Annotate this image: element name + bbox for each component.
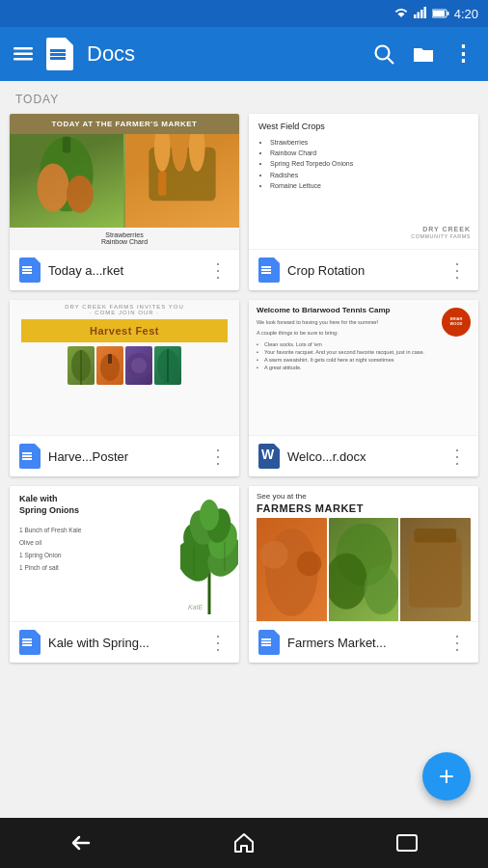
signal-icon [414, 5, 427, 22]
hv-img-4 [154, 346, 181, 385]
fm2-img-2 [329, 518, 399, 621]
svg-rect-7 [14, 47, 33, 50]
fm2-main-title: FARMERS MARKET [257, 502, 471, 514]
doc-card-kale[interactable]: Kale withSpring Onions 1 Bunch of Fresh … [10, 486, 239, 663]
section-today: TODAY [0, 81, 488, 114]
scroll-area: TODAY TODAY AT THE FARMER'S MARKET [0, 81, 488, 818]
search-icon[interactable] [373, 43, 394, 65]
doc-footer-5: Kale with Spring... ⋮ [10, 621, 239, 663]
kl-plant-image: KaIE [180, 494, 233, 610]
doc-type-icon-6 [258, 630, 280, 655]
doc-menu-btn-1[interactable]: ⋮ [206, 258, 230, 282]
wc-badge: BRIARWOOD [442, 308, 471, 337]
doc-name-5: Kale with Spring... [48, 636, 199, 650]
menu-icon[interactable] [14, 47, 33, 61]
cr-title: West Field Crops [258, 122, 469, 131]
wifi-icon [393, 7, 409, 20]
wc-body: We look forward to having you here for t… [257, 318, 471, 326]
doc-footer-2: Crop Rotation ⋮ [249, 249, 478, 290]
svg-rect-1 [417, 13, 420, 19]
svg-rect-2 [420, 10, 423, 18]
svg-rect-15 [63, 137, 70, 153]
hv-img-3 [125, 346, 152, 385]
doc-type-icon-2 [258, 258, 280, 283]
svg-line-11 [388, 58, 393, 64]
card-preview-3: DRY CREEK FARMS INVITES YOU· COME JOIN O… [10, 300, 239, 435]
doc-name-2: Crop Rotation [287, 263, 438, 278]
svg-rect-24 [108, 354, 112, 364]
fm-image-area [10, 134, 239, 228]
app-bar-actions: ⋮ [373, 41, 474, 67]
doc-menu-btn-5[interactable]: ⋮ [206, 631, 230, 654]
doc-card-crop-rotation[interactable]: West Field Crops Strawberries Rainbow Ch… [249, 114, 478, 290]
doc-name-1: Today a...rket [48, 263, 199, 278]
card-preview-6: See you at the FARMERS MARKET [249, 486, 478, 621]
recent-button[interactable] [388, 824, 426, 862]
svg-rect-6 [447, 12, 448, 15]
svg-point-41 [260, 541, 288, 569]
svg-point-10 [376, 46, 390, 60]
hv-img-2 [96, 346, 123, 385]
fm-caption: StrawberriesRainbow Chard [99, 228, 149, 249]
doc-menu-btn-6[interactable]: ⋮ [446, 631, 469, 654]
home-button[interactable] [225, 824, 263, 862]
folder-icon[interactable] [412, 44, 435, 64]
wc-list: Clean socks. Lots of 'em Your favorite r… [257, 341, 471, 370]
app-title: Docs [87, 41, 360, 67]
doc-card-harvest[interactable]: DRY CREEK FARMS INVITES YOU· COME JOIN O… [10, 300, 239, 476]
hv-images [64, 342, 185, 435]
svg-rect-48 [397, 835, 417, 851]
doc-name-3: Harve...Poster [48, 449, 199, 464]
wc-list-item-1: Clean socks. Lots of 'em [257, 341, 471, 347]
doc-menu-btn-4[interactable]: ⋮ [446, 445, 469, 468]
doc-name-6: Farmers Market... [287, 636, 438, 650]
battery-icon [432, 5, 449, 22]
doc-name-4: Welco...r.docx [287, 449, 438, 464]
nav-bar [0, 818, 488, 868]
status-bar: 4:20 [0, 0, 488, 27]
svg-point-42 [297, 552, 321, 576]
fab-plus-icon: + [439, 763, 454, 790]
app-bar: Docs ⋮ [0, 27, 488, 81]
wc-list-item-3: A warm sweatshirt. It gets cold here at … [257, 357, 471, 363]
app-logo-icon [46, 38, 73, 70]
wc-list-item-4: A great attitude. [257, 365, 471, 370]
svg-point-13 [38, 163, 69, 211]
new-document-fab[interactable]: + [422, 752, 471, 800]
doc-footer-4: W Welco...r.docx ⋮ [249, 435, 478, 476]
svg-point-36 [200, 500, 219, 530]
svg-rect-3 [423, 7, 426, 18]
hv-img-1 [68, 346, 95, 385]
hv-top-text: DRY CREEK FARMS INVITES YOU· COME JOIN O… [61, 300, 188, 319]
fm-img-right [125, 134, 239, 228]
doc-type-icon-4: W [258, 444, 280, 469]
doc-menu-btn-3[interactable]: ⋮ [206, 445, 230, 468]
doc-type-icon-1 [19, 258, 41, 283]
word-w-letter: W [261, 447, 274, 462]
card-preview-2: West Field Crops Strawberries Rainbow Ch… [249, 114, 478, 249]
more-icon[interactable]: ⋮ [452, 41, 474, 67]
svg-text:KaIE: KaIE [188, 604, 203, 610]
doc-card-welcome[interactable]: BRIARWOOD Welcome to Briarwood Tennis Ca… [249, 300, 478, 476]
fm2-img-1 [257, 518, 327, 621]
doc-card-farmers-market[interactable]: TODAY AT THE FARMER'S MARKET [10, 114, 239, 290]
wc-title: Welcome to Briarwood Tennis Camp [257, 306, 471, 314]
cr-brand: DRY CREEK COMMUNITY FARMS [411, 226, 471, 239]
doc-menu-btn-2[interactable]: ⋮ [446, 258, 469, 282]
doc-footer-3: Harve...Poster ⋮ [10, 435, 239, 476]
back-button[interactable] [62, 824, 100, 862]
wc-list-item-2: Your favorite racquet. And your second f… [257, 349, 471, 355]
svg-rect-9 [14, 58, 33, 61]
docs-grid: TODAY AT THE FARMER'S MARKET [0, 114, 488, 672]
card-preview-5: Kale withSpring Onions 1 Bunch of Fresh … [10, 486, 239, 621]
hv-banner: Harvest Fest [21, 319, 228, 342]
doc-type-icon-5 [19, 630, 41, 655]
card-preview-1: TODAY AT THE FARMER'S MARKET [10, 114, 239, 249]
svg-rect-8 [14, 53, 33, 56]
doc-footer-6: Farmers Market... ⋮ [249, 621, 478, 663]
cr-list: Strawberries Rainbow Chard Spring Red To… [258, 137, 469, 191]
doc-card-fm2[interactable]: See you at the FARMERS MARKET [249, 486, 478, 663]
status-time: 4:20 [454, 7, 478, 21]
svg-rect-0 [414, 14, 417, 18]
wc-body-2: A couple things to be sure to bring: [257, 329, 471, 337]
